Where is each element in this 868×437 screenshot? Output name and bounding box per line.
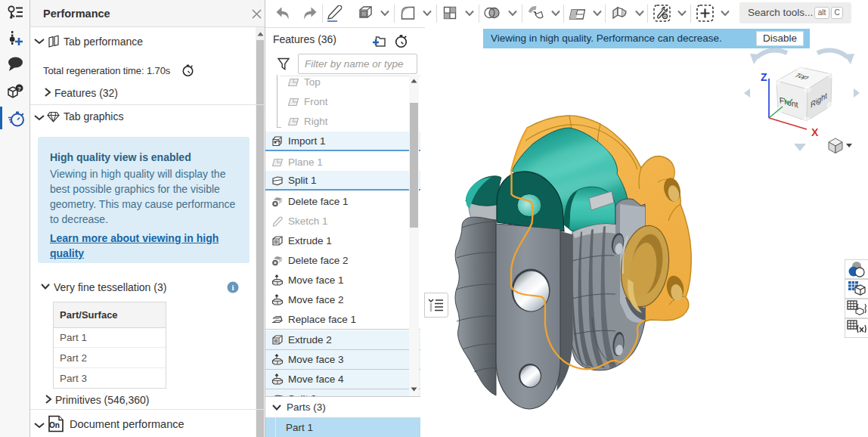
svg-text:?: ? xyxy=(17,85,21,92)
svg-text:i: i xyxy=(231,283,234,292)
svg-text:X: X xyxy=(811,126,819,138)
svg-text:Z: Z xyxy=(761,71,767,83)
svg-text:On: On xyxy=(49,421,60,429)
